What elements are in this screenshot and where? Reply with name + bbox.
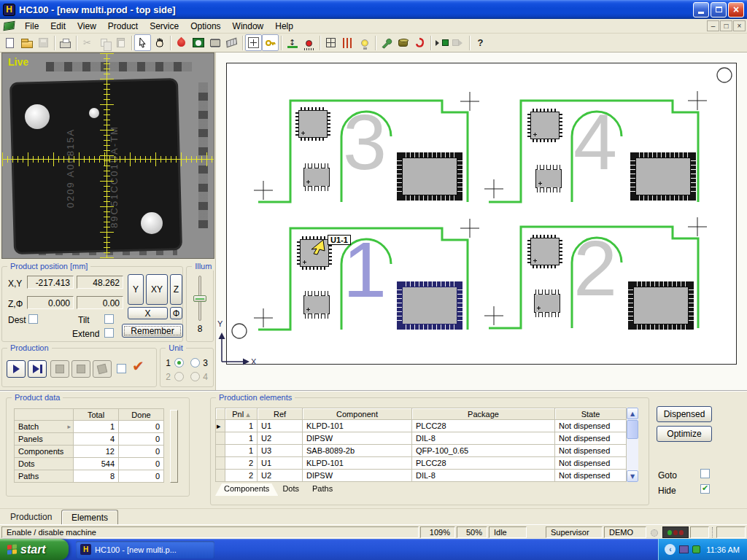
cell-state[interactable]: Not dispensed [555, 457, 627, 470]
mdi-close-button[interactable]: × [733, 20, 746, 31]
tab-components[interactable]: Components [215, 483, 278, 496]
camera-live-view[interactable]: 0209 A00815A 89C51CC01UA-TM Live [1, 52, 214, 259]
scrollbar-track[interactable] [627, 439, 638, 470]
scrollbar-thumb[interactable] [627, 420, 638, 439]
optimize-button[interactable]: Optimize [657, 426, 712, 442]
taskbar-item-hc100[interactable]: H HC100 - [new multi.p... [76, 541, 214, 559]
cell-component[interactable]: DIPSW [303, 470, 412, 482]
menu-product[interactable]: Product [102, 20, 144, 33]
product-canvas[interactable]: 3 4 1 U1-1 [226, 63, 737, 365]
cell-component[interactable]: KLPD-101 [303, 420, 412, 432]
dest-checkbox[interactable] [28, 314, 38, 324]
row-label[interactable]: Panels [14, 433, 74, 446]
qfp-chip[interactable] [628, 281, 694, 330]
start-button[interactable]: start [0, 539, 69, 560]
select-arrow-button[interactable] [134, 34, 151, 51]
chip-button[interactable] [206, 34, 223, 51]
cell-pnl[interactable]: 1 [225, 420, 258, 432]
scroll-up-button[interactable]: ▲ [627, 408, 638, 419]
menu-service[interactable]: Service [144, 20, 185, 33]
qfp-chip-selected[interactable] [397, 281, 462, 330]
cell-pnl[interactable]: 2 [225, 457, 258, 470]
height-reference-button[interactable] [284, 34, 301, 51]
load-product-button[interactable] [433, 34, 450, 51]
cell-state[interactable]: Not dispensed [555, 420, 627, 432]
cell-package[interactable]: DIL-8 [412, 470, 555, 482]
dip-chip[interactable] [534, 294, 560, 313]
unit-1-radio[interactable] [174, 358, 184, 368]
hide-checkbox[interactable] [700, 484, 710, 494]
cell-state[interactable]: Not dispensed [555, 445, 627, 457]
cell-pnl[interactable]: 1 [225, 432, 258, 445]
tray-chevron-icon[interactable]: ‹ [665, 544, 676, 555]
dip-chip[interactable] [303, 168, 330, 187]
dispenser-pot-button[interactable] [395, 34, 411, 51]
cell-package[interactable]: QFP-100_0.65 [412, 445, 555, 457]
open-folder-button[interactable] [18, 34, 35, 51]
cell-component[interactable]: SAB-8089-2b [303, 445, 412, 457]
chip-angled-button[interactable] [223, 34, 240, 51]
remember-button[interactable]: Remember [122, 324, 183, 338]
illum-slider[interactable] [198, 276, 201, 321]
unit-3-radio[interactable] [190, 358, 200, 368]
status-tray-icon[interactable] [692, 545, 700, 553]
panel-layout-button[interactable] [322, 34, 339, 51]
cell-package[interactable]: PLCC28 [412, 420, 555, 432]
minimize-button[interactable] [693, 2, 709, 18]
cell-package[interactable]: DIL-8 [412, 432, 555, 445]
jog-phi-button[interactable]: Φ [170, 307, 182, 319]
extend-checkbox[interactable] [104, 328, 114, 338]
scroll-down-button[interactable]: ▼ [627, 470, 638, 482]
dispense-drop-button[interactable] [173, 34, 190, 51]
key-button[interactable] [262, 34, 279, 51]
menu-view[interactable]: View [71, 20, 102, 33]
cell-state[interactable]: Not dispensed [555, 432, 627, 445]
illumination-bulb-button[interactable] [356, 34, 373, 51]
service-wrench-button[interactable] [378, 34, 395, 51]
fiducial-align-button[interactable] [301, 34, 317, 51]
x-position-field[interactable]: -217.413 [27, 276, 74, 289]
production-checkbox[interactable] [117, 364, 126, 373]
jog-y-button[interactable]: Y [128, 274, 144, 305]
print-button[interactable] [57, 34, 74, 51]
column-header-state[interactable]: State [555, 408, 627, 420]
row-label[interactable]: Batch [14, 421, 74, 433]
hook-button[interactable] [411, 34, 428, 51]
pan-hand-button[interactable] [151, 34, 168, 51]
z-position-field[interactable]: 0.000 [27, 296, 74, 309]
mdi-restore-button[interactable]: □ [720, 20, 732, 31]
row-label[interactable]: Dots [14, 458, 74, 470]
jog-z-button[interactable]: Z [170, 274, 182, 305]
cell-state[interactable]: Not dispensed [555, 470, 627, 482]
phi-position-field[interactable]: 0.00 [77, 296, 123, 309]
menu-help[interactable]: Help [269, 20, 299, 33]
dip-chip[interactable] [303, 295, 330, 314]
elements-scrollbar[interactable]: ▲ ▼ [627, 408, 638, 482]
cell-component[interactable]: DIPSW [303, 432, 412, 445]
illum-slider-thumb[interactable] [193, 295, 206, 302]
dispensed-button[interactable]: Dispensed [657, 406, 712, 422]
menu-edit[interactable]: Edit [44, 20, 71, 33]
help-button[interactable] [472, 34, 489, 51]
menu-file[interactable]: File [19, 20, 44, 33]
cell-pnl[interactable]: 2 [225, 470, 258, 482]
column-header-pnl[interactable]: Pnl [225, 408, 258, 420]
crosshair-box-button[interactable] [245, 34, 262, 51]
cell-package[interactable]: PLCC28 [412, 457, 555, 470]
cell-pnl[interactable]: 1 [225, 445, 258, 457]
tab-elements[interactable]: Elements [61, 510, 118, 524]
jog-xy-button[interactable]: XY [146, 274, 168, 305]
cell-ref[interactable]: U1 [258, 420, 303, 432]
menu-window[interactable]: Window [227, 20, 270, 33]
cell-component[interactable]: KLPD-101 [303, 457, 412, 470]
mdi-minimize-button[interactable]: – [707, 20, 719, 31]
cell-ref[interactable]: U2 [258, 470, 303, 482]
new-file-button[interactable] [1, 34, 18, 51]
tab-dots[interactable]: Dots [274, 483, 308, 496]
start-production-button[interactable] [7, 360, 26, 378]
row-label[interactable]: Paths [14, 470, 74, 483]
row-label[interactable]: Components [14, 446, 74, 458]
needle-settings-button[interactable] [339, 34, 356, 51]
column-header-package[interactable]: Package [412, 408, 555, 420]
camera-view-button[interactable] [190, 34, 206, 51]
